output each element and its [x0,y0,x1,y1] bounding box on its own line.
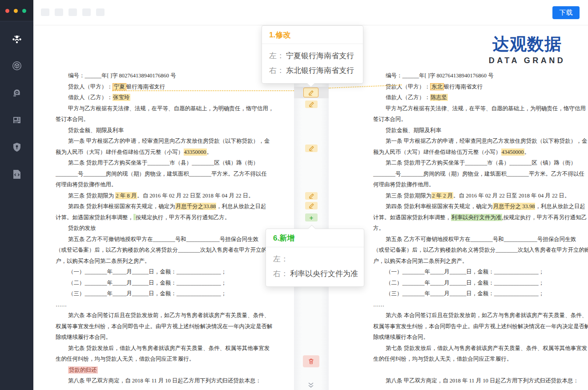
doc-line: （二）________年_____月______日，金额：___________… [373,277,587,289]
doc-text: 生的任何纠纷，均与贷款人无关，借款合同应正常履行。 [56,356,195,362]
sidebar-item-cube[interactable] [11,60,23,72]
popup-add-title: 6.新增 [266,229,364,247]
doc-line: 生的任何纠纷，均与贷款人无关，借款合同应正常履行。 [373,354,587,365]
doc-text: （三）________年_____月______日，金额：___________… [68,290,226,297]
brand-name-en: DATA GRAND [487,56,567,65]
diff-highlight[interactable]: 月息千分之 33.98 [493,203,536,210]
sidebar-nav [0,33,33,180]
doc-line: 方。 [373,223,587,234]
cube-icon [12,60,22,71]
app-window: 下载 达观数据 DATA GRAND + 编号：______年[ ]字 8027… [0,0,588,390]
sidebar-item-security[interactable] [11,141,23,153]
doc-line: …… [373,299,587,310]
doc-text: （三）________年_____月______日，金额：___________… [386,290,544,297]
doc-line: 第六条 本合同签订后且在贷款发放前，如乙方与售房者就该房产有关质量、条件、 [373,310,587,321]
doc-text: 。自 2016 年 02 月 22 日至 2018 年 04 月 22 日。 [453,193,570,199]
doc-text: 借款人（乙方）： [68,94,113,101]
doc-text: 额为人民币（大写）肆仟叁佰肆拾伍万元整（小写） [56,149,184,155]
topbar: 下载 [33,0,588,25]
modify-diff-pencil-icon[interactable] [305,145,318,152]
brand-name-cn: 达观数据 [487,36,567,52]
doc-text: 甲方与乙方根据有关法律、法规，在平等、自愿的基础上，为明确责任，恪守信用， [386,105,588,112]
doc-line: 权属等事宜发生纠纷，本合同即告中止。由甲方视上述纠纷解决情况在一年内决定是否解 [373,321,587,332]
doc-text: 第五条 乙方不可撤销地授权甲方在________号和____________号担… [386,236,576,242]
download-button[interactable]: 下载 [552,6,580,19]
doc-line: 计算。如遇国家贷款利率调整，按规定执行，甲方不再另行通知乙方。 [56,212,296,223]
doc-text: 权属等事宜发生纠纷，本合同即告中止。由甲方视上述纠纷解决情况在一年内决定是否解 [56,323,273,330]
doc-line: （二）________年_____月______日，金额：___________… [56,277,296,289]
modify-diff-pencil-icon[interactable] [305,202,318,209]
doc-line: 计算。如遇国家贷款利率调整，利率以央行文件为准,按规定执行，甲方不再另行通知乙 [373,212,587,223]
popup-right-value: 利率以央行文件为准 [290,269,358,278]
doc-text: （一）________年_____月______日，金额：___________… [386,269,544,275]
scroll-next-diff-chevron-icon[interactable] [307,382,315,389]
diff-highlight[interactable]: 2 年 2 月 [431,192,453,199]
diff-popup-add: 6.新增 左： 右：利率以央行文件为准 [266,229,364,287]
doc-line: 贷款的归还 [56,365,296,376]
modify-diff-pencil-icon[interactable] [303,88,318,97]
diff-highlight[interactable]: 贷款的归还 [68,366,98,374]
doc-text: 编号：______年[ ]字 802764138940176860 号 [68,72,176,79]
sidebar-item-compare[interactable] [11,33,23,44]
diff-highlight[interactable]: 2 年 8 月 [115,192,137,199]
diff-highlight[interactable]: 张宝玲 [113,94,130,101]
doc-text: ________号________房间的现（期）房物业，建筑面积________… [373,171,584,177]
popup-modify-title: 1.修改 [262,26,363,44]
popup-left-value: 宁夏银行海南省支行 [286,52,354,60]
doc-text: 签订本合同。 [56,116,89,122]
diff-highlight[interactable]: 利率以央行文件为准 [451,214,502,221]
doc-text: 第六条 本合同签订后且在贷款发放前，如乙方与售房者就该房产有关质量、条件、 [386,312,587,318]
doc-line: 何理由将贷款挪作他用。 [373,179,587,190]
window-close-button[interactable] [5,9,9,13]
doc-text: 何理由将贷款挪作他用。 [373,181,435,188]
toolbar-placeholder [41,8,49,16]
window-maximize-button[interactable] [22,9,26,13]
doc-text: 第一条 甲方根据乙方的申请，经审查同意向乙方发放住房贷款（以下称贷款），金 [386,138,587,144]
diff-highlight[interactable]: 月息千分之33.88 [175,203,217,210]
doc-line: 何理由将贷款挪作他用。 [56,179,296,190]
sidebar-item-robot[interactable] [11,87,23,99]
diff-highlight[interactable]: 东北 [430,83,444,90]
doc-text: 第三条 贷款期限为 [386,193,431,199]
doc-text: 贷款的发放 [68,225,96,231]
doc-line: 第四条 贷款利率根据国家有关规定，确定为月息千分之 33.98，利息从放款之日起 [373,201,587,212]
popup-row-right: 右：东北银行海南省支行 [269,63,356,78]
modify-diff-pencil-icon[interactable] [305,192,318,200]
robot-icon [12,88,22,98]
popup-right-label: 右： [273,269,288,278]
doc-line: 编号：______年[ ]字 802764138940176860 号 [56,70,296,81]
add-diff-plus-icon[interactable]: + [305,213,318,221]
sidebar-item-news[interactable] [11,114,23,126]
doc-line: 借款人（乙方）：陈志坚 [373,92,587,103]
doc-line: 贷款人（甲方）：东北银行海南省支行 [373,81,587,92]
doc-text: ________号________房间的现（期）房物业，建筑面积________… [56,171,267,177]
doc-line: ________号________房间的现（期）房物业，建筑面积________… [373,169,587,180]
diff-highlight[interactable]: 宁夏 [113,83,126,90]
doc-line: 甲方与乙方根据有关法律、法规，在平等、自愿的基础上，为明确责任，恪守信用， [56,103,296,114]
doc-text: 第七条 贷款发放后，借款人与售房者就该房产有关质量、条件、权属等其他事宜发 [386,345,587,351]
doc-text: 额为人民币（大写）肆仟叁佰肆拾伍万元整（小写） [373,149,501,155]
doc-text: 按规定执行，甲方不再另行通知乙方。 [136,214,230,221]
diff-highlight[interactable]: 陈志坚 [430,94,448,101]
doc-text: 第四条 贷款利率根据国家有关规定，确定为 [386,203,493,209]
shield-key-icon [12,142,22,153]
doc-text: 编号：______年[ ]字 802764138940176860 号 [386,72,494,79]
diff-popup-modify: 1.修改 左：宁夏银行海南省支行 右：东北银行海南省支行 [262,25,363,84]
doc-text: 计算。如遇国家贷款利率调整， [56,214,133,221]
diff-highlight[interactable]: 43350000 [184,149,207,156]
popup-row-left: 左：宁夏银行海南省支行 [269,48,356,63]
modify-diff-pencil-icon[interactable] [305,101,318,108]
doc-line: 第八条 甲乙双方商定，自 2018 年 11 月 10 日起乙方用下列方式归还贷… [56,375,296,386]
window-minimize-button[interactable] [14,9,18,13]
diff-highlight[interactable]: 43450000 [501,149,524,156]
doc-line: 生的任何纠纷，均与贷款人无关，借款合同应正常履行。 [56,354,296,365]
doc-line: 第二条 贷款用于乙方购买坐落于________市（县）________区（镇）路… [56,157,296,169]
sidebar-item-code-file[interactable] [11,169,23,180]
doc-line: …… [56,299,296,310]
doc-text: 第八条 甲乙双方商定，自 2018 年 11 月 10 日起乙方用下列方式归还贷… [386,378,579,384]
org-network-icon [11,33,23,44]
delete-diff-trash-icon[interactable] [303,355,319,367]
toolbar-placeholder [82,8,91,16]
doc-line: 贷款金额、期限及利率 [56,125,296,136]
doc-text: 计算。如遇国家贷款利率调整， [373,214,451,221]
